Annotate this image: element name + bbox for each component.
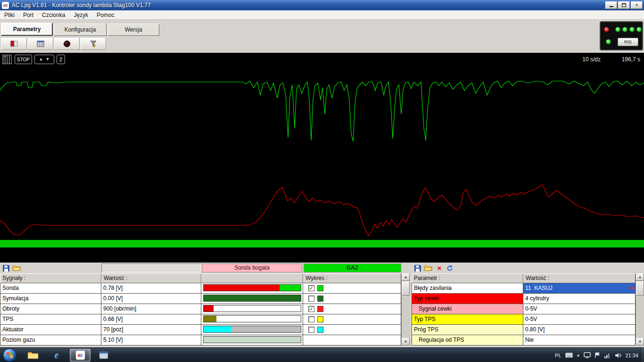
oscilloscope-area: STOP ▲ ▼ 2 10 s/dz 196,7 s	[0, 53, 644, 263]
parameter-row: Błędy zasilania11 KASUJ×	[412, 283, 636, 294]
status-led-3	[630, 27, 634, 32]
taskbar-app-button[interactable]	[93, 349, 114, 362]
parameter-row: Próg TPS0.80 [V]	[412, 325, 636, 335]
show-desktop-button[interactable]	[640, 348, 644, 362]
signal-name: Aktuator	[0, 325, 101, 335]
clear-errors-icon[interactable]: ×	[630, 283, 634, 293]
save-icon	[2, 264, 10, 272]
parameter-name[interactable]: Typ TPS	[412, 314, 523, 325]
scrollbar-thumb[interactable]	[402, 281, 410, 296]
start-button[interactable]	[3, 348, 17, 362]
signals-panel: Sonda bogata GAZ Sygnały : Wartość : Wyk…	[0, 263, 410, 346]
signal-gauge	[201, 304, 303, 314]
page-number-button[interactable]: 2	[57, 55, 65, 64]
close-button[interactable]: ×	[631, 1, 643, 9]
table-view-button[interactable]	[27, 38, 53, 50]
trace-spinner: ▲ ▼	[34, 55, 54, 64]
monitor-icon[interactable]	[584, 352, 591, 358]
signal-row: Sonda0.78 [V]✓	[0, 283, 401, 294]
keyboard-icon[interactable]	[565, 353, 573, 358]
refresh-params-button[interactable]	[446, 264, 454, 272]
parameter-value[interactable]: 0-5V	[523, 314, 636, 325]
parameter-name[interactable]: Próg TPS	[412, 325, 523, 335]
plot-checkbox[interactable]: ✓	[308, 285, 314, 291]
save-params-button[interactable]	[413, 264, 422, 272]
col-header-value: Wartość :	[101, 273, 201, 283]
menu-pomoc[interactable]: Pomoc	[92, 11, 118, 19]
open-signals-button[interactable]	[12, 264, 21, 272]
plot-checkbox[interactable]	[308, 296, 314, 302]
col-header-gauge	[201, 273, 303, 283]
scroll-up-icon[interactable]: ▲	[636, 273, 644, 281]
internet-explorer-icon: e	[55, 350, 59, 361]
plot-checkbox[interactable]: ✓	[308, 306, 314, 312]
grid-toggle-button[interactable]	[2, 55, 12, 64]
menu-pliki[interactable]: Pliki	[0, 11, 19, 19]
tab-konfiguracja[interactable]: Konfiguracja	[54, 24, 107, 36]
scrollbar-thumb[interactable]	[636, 281, 644, 296]
aclpg-app-icon: ac	[76, 351, 85, 360]
signal-value: 0.00 [V]	[101, 294, 201, 304]
delete-params-button[interactable]: ×	[435, 264, 444, 272]
show-hidden-icons[interactable]: ▲	[577, 353, 580, 357]
parameter-value[interactable]: 0.80 [V]	[523, 325, 636, 335]
taskbar-clock[interactable]: 21:34	[625, 353, 638, 358]
col-header-plot: Wykres :	[303, 273, 401, 283]
parameter-row: Typ cewki4 cylindry	[412, 294, 636, 304]
signal-gauge	[201, 283, 303, 294]
action-center-flag-icon[interactable]	[594, 352, 600, 358]
parameter-name[interactable]: Błędy zasilania	[412, 283, 523, 294]
language-indicator[interactable]: PL	[555, 353, 561, 358]
stop-button[interactable]: STOP	[15, 55, 32, 64]
minimize-button[interactable]	[605, 1, 617, 9]
window-title: AC Lpg V1.81 - Kontroler sondy lambda St…	[12, 2, 151, 8]
title-bar: ac AC Lpg V1.81 - Kontroler sondy lambda…	[0, 0, 644, 10]
system-tray: PL ▲ 21:34	[555, 348, 638, 362]
save-icon	[414, 264, 421, 272]
rg-button[interactable]: R/G	[618, 38, 638, 46]
spinner-up-icon[interactable]: ▲	[39, 58, 43, 61]
manual-button[interactable]	[1, 38, 27, 50]
signal-value: 900 [obr/min]	[101, 304, 201, 314]
parameter-name[interactable]: Typ cewki	[412, 294, 523, 304]
signal-name: Poziom gazu	[0, 335, 101, 346]
timebase-readout: 10 s/dz	[582, 56, 601, 63]
signal-plot-cell	[303, 314, 401, 325]
taskbar-explorer-button[interactable]	[23, 349, 43, 362]
maximize-button[interactable]	[618, 1, 630, 9]
scroll-down-icon[interactable]: ▼	[402, 338, 410, 346]
tab-wersja[interactable]: Wersja	[107, 24, 159, 36]
parameter-value[interactable]: 11 KASUJ×	[523, 283, 636, 294]
signals-scrollbar[interactable]: ▲ ▼	[401, 273, 410, 346]
plot-checkbox[interactable]	[308, 316, 314, 322]
menu-bar: Pliki Port Czcionka Język Pomoc	[0, 10, 644, 20]
menu-port[interactable]: Port	[19, 11, 38, 19]
parameter-value[interactable]: Nie	[523, 335, 636, 346]
menu-czcionka[interactable]: Czcionka	[38, 11, 69, 19]
open-params-button[interactable]	[424, 264, 432, 272]
menu-jezyk[interactable]: Język	[69, 11, 92, 19]
parameter-value[interactable]: 4 cylindry	[523, 294, 636, 304]
taskbar-aclpg-button[interactable]: ac	[70, 349, 91, 362]
parameter-name[interactable]: Sygnał cewki	[412, 304, 523, 314]
save-signals-button[interactable]	[2, 264, 10, 272]
taskbar-browser-button[interactable]: e	[46, 349, 67, 362]
scroll-down-icon[interactable]: ▼	[636, 338, 644, 346]
parameter-value[interactable]: 0-5V	[523, 304, 636, 314]
table-icon	[36, 40, 45, 48]
plot-checkbox[interactable]	[308, 327, 314, 333]
plot-color-swatch	[317, 296, 323, 302]
led-status-panel: R/G	[600, 21, 643, 50]
signal-plot-cell	[303, 325, 401, 335]
spinner-down-icon[interactable]: ▼	[46, 58, 50, 61]
file-name-field[interactable]	[101, 263, 201, 272]
record-button[interactable]	[54, 38, 80, 50]
scroll-up-icon[interactable]: ▲	[402, 273, 410, 281]
filter-button[interactable]	[80, 38, 106, 50]
parameter-name[interactable]: Regulacja od TPS	[412, 335, 523, 346]
network-icon[interactable]	[604, 353, 611, 358]
minimize-icon	[610, 4, 613, 7]
volume-icon[interactable]	[615, 353, 621, 358]
tab-parametry[interactable]: Parametry	[1, 23, 53, 36]
params-scrollbar[interactable]: ▲ ▼	[636, 273, 644, 346]
